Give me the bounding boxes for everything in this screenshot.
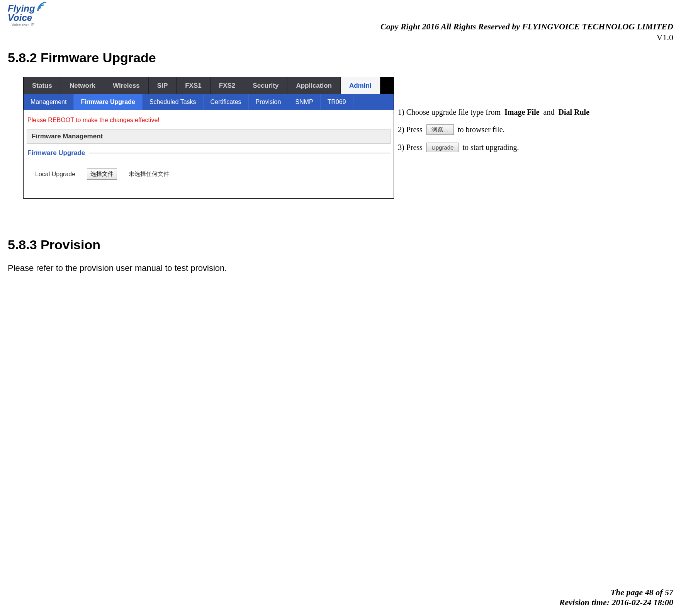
admin-ui-screenshot: Status Network Wireless SIP FXS1 FXS2 Se… bbox=[23, 77, 394, 199]
tab-status[interactable]: Status bbox=[24, 77, 61, 94]
instructions-block: 1) Choose upgrade file type from Image F… bbox=[398, 77, 589, 199]
subtab-certificates[interactable]: Certificates bbox=[204, 94, 249, 110]
tab-network[interactable]: Network bbox=[61, 77, 104, 94]
subtab-firmware-upgrade[interactable]: Firmware Upgrade bbox=[74, 94, 142, 110]
firmware-upgrade-section-title: Firmware Upgrade bbox=[27, 149, 85, 157]
step-1-and: and bbox=[543, 108, 555, 117]
section-divider bbox=[89, 153, 390, 153]
step-3-prefix: 3) Press bbox=[398, 143, 423, 152]
provision-body-text: Please refer to the provision user manua… bbox=[8, 263, 673, 273]
upgrade-button[interactable]: Upgrade bbox=[426, 143, 459, 152]
reboot-warning: Please REBOOT to make the changes effect… bbox=[24, 110, 394, 129]
footer-revision-time: Revision time: 2016-02-24 18:00 bbox=[559, 597, 673, 607]
tab-security[interactable]: Security bbox=[244, 77, 287, 94]
top-nav: Status Network Wireless SIP FXS1 FXS2 Se… bbox=[24, 77, 394, 94]
local-upgrade-label: Local Upgrade bbox=[35, 171, 75, 178]
tab-application[interactable]: Application bbox=[287, 77, 341, 94]
subtab-snmp[interactable]: SNMP bbox=[288, 94, 320, 110]
logo-text-top: Flying bbox=[8, 3, 35, 14]
logo-text-bottom: Voice bbox=[8, 12, 32, 23]
subtab-provision[interactable]: Provision bbox=[249, 94, 289, 110]
tab-wireless[interactable]: Wireless bbox=[104, 77, 149, 94]
tab-sip[interactable]: SIP bbox=[149, 77, 177, 94]
choose-file-button[interactable]: 选择文件 bbox=[87, 168, 117, 180]
step-1-option-dial-rule: Dial Rule bbox=[558, 108, 589, 117]
footer-page-number: The page 48 of 57 bbox=[559, 587, 673, 597]
subtab-scheduled-tasks[interactable]: Scheduled Tasks bbox=[143, 94, 204, 110]
brand-logo: Flying Voice Voice over IP bbox=[8, 2, 54, 27]
subtab-tr069[interactable]: TR069 bbox=[321, 94, 353, 110]
tab-fxs2[interactable]: FXS2 bbox=[211, 77, 245, 94]
no-file-selected-text: 未选择任何文件 bbox=[129, 170, 169, 178]
tab-fxs1[interactable]: FXS1 bbox=[177, 77, 211, 94]
step-1-prefix: 1) Choose upgrade file type from bbox=[398, 108, 501, 117]
step-2-prefix: 2) Press bbox=[398, 125, 423, 134]
sub-nav: Management Firmware Upgrade Scheduled Ta… bbox=[24, 94, 394, 110]
section-583-heading: 5.8.3 Provision bbox=[8, 237, 673, 252]
firmware-management-panel-title: Firmware Management bbox=[27, 129, 391, 144]
logo-tagline: Voice over IP bbox=[12, 23, 34, 27]
header-copyright: Copy Right 2016 All Rights Reserved by F… bbox=[380, 22, 673, 32]
step-2-suffix: to browser file. bbox=[458, 125, 505, 134]
subtab-management[interactable]: Management bbox=[24, 94, 74, 110]
section-582-heading: 5.8.2 Firmware Upgrade bbox=[8, 50, 673, 65]
header-version: V1.0 bbox=[380, 32, 673, 43]
tab-administration[interactable]: Admini bbox=[341, 77, 380, 94]
browse-button[interactable]: 浏览… bbox=[426, 124, 454, 135]
step-1-option-image-file: Image File bbox=[504, 108, 540, 117]
step-3-suffix: to start upgrading. bbox=[462, 143, 519, 152]
